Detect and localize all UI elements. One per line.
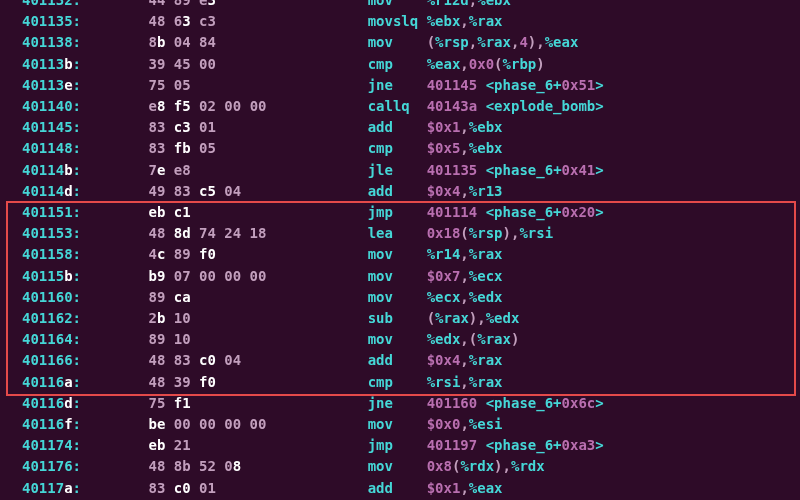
mnemonic: mov: [368, 331, 427, 347]
operands: $0x1,%ebx: [427, 119, 503, 135]
hex-bytes: 48 8d 74 24 18: [148, 225, 350, 241]
operands: $0x7,%ecx: [427, 268, 503, 284]
operands: %ecx,%edx: [427, 289, 503, 305]
address: 401138:: [22, 34, 81, 50]
address: 401166:: [22, 352, 81, 368]
operands: %rsi,%rax: [427, 374, 503, 390]
operands: 0x18(%rsp),%rsi: [427, 225, 553, 241]
hex-bytes: 83 c0 01: [148, 480, 350, 496]
hex-bytes: 48 39 f0: [148, 374, 350, 390]
address: 40114b:: [22, 162, 81, 178]
hex-bytes: 7e e8: [148, 162, 350, 178]
mnemonic: mov: [368, 458, 427, 474]
disasm-row: 40114d: 49 83 c5 04 add $0x4,%r13: [0, 181, 800, 202]
operands: 0x8(%rdx),%rdx: [427, 458, 545, 474]
disasm-row: 401132: 44 89 e3 mov %r12d,%ebx: [0, 0, 800, 11]
mnemonic: jle: [368, 162, 427, 178]
disasm-row: 401140: e8 f5 02 00 00 callq 40143a <exp…: [0, 96, 800, 117]
operands: (%rsp,%rax,4),%eax: [427, 34, 579, 50]
operands: %r12d,%ebx: [427, 0, 511, 8]
operands: 401197 <phase_6+0xa3>: [427, 437, 604, 453]
mnemonic: mov: [368, 246, 427, 262]
hex-bytes: be 00 00 00 00: [148, 416, 350, 432]
hex-bytes: 75 05: [148, 77, 350, 93]
disasm-row: 40115b: b9 07 00 00 00 mov $0x7,%ecx: [0, 266, 800, 287]
operands: $0x5,%ebx: [427, 140, 503, 156]
address: 401160:: [22, 289, 81, 305]
address: 401176:: [22, 458, 81, 474]
mnemonic: sub: [368, 310, 427, 326]
disasm-row: 401176: 48 8b 52 08 mov 0x8(%rdx),%rdx: [0, 456, 800, 477]
mnemonic: jne: [368, 395, 427, 411]
hex-bytes: 8b 04 84: [148, 34, 350, 50]
address: 401153:: [22, 225, 81, 241]
disasm-row: 401160: 89 ca mov %ecx,%edx: [0, 287, 800, 308]
operands: $0x0,%esi: [427, 416, 503, 432]
disasm-row: 401158: 4c 89 f0 mov %r14,%rax: [0, 244, 800, 265]
address: 40113b:: [22, 56, 81, 72]
address: 40117a:: [22, 480, 81, 496]
mnemonic: mov: [368, 268, 427, 284]
hex-bytes: 39 45 00: [148, 56, 350, 72]
hex-bytes: 44 89 e3: [148, 0, 350, 8]
disasm-row: 401166: 48 83 c0 04 add $0x4,%rax: [0, 350, 800, 371]
disasm-row: 40113b: 39 45 00 cmp %eax,0x0(%rbp): [0, 54, 800, 75]
disasm-row: 40113e: 75 05 jne 401145 <phase_6+0x51>: [0, 75, 800, 96]
address: 401158:: [22, 246, 81, 262]
mnemonic: mov: [368, 416, 427, 432]
address: 40115b:: [22, 268, 81, 284]
operands: %ebx,%rax: [427, 13, 503, 29]
disassembly-listing: 401132: 44 89 e3 mov %r12d,%ebx401135: 4…: [0, 0, 800, 500]
disasm-row: 40114b: 7e e8 jle 401135 <phase_6+0x41>: [0, 160, 800, 181]
hex-bytes: 48 63 c3: [148, 13, 350, 29]
operands: $0x4,%r13: [427, 183, 503, 199]
mnemonic: add: [368, 352, 427, 368]
disasm-row: 401148: 83 fb 05 cmp $0x5,%ebx: [0, 138, 800, 159]
hex-bytes: b9 07 00 00 00: [148, 268, 350, 284]
hex-bytes: 75 f1: [148, 395, 350, 411]
operands: %edx,(%rax): [427, 331, 520, 347]
hex-bytes: 83 fb 05: [148, 140, 350, 156]
mnemonic: cmp: [368, 56, 427, 72]
disasm-row: 401174: eb 21 jmp 401197 <phase_6+0xa3>: [0, 435, 800, 456]
mnemonic: lea: [368, 225, 427, 241]
hex-bytes: eb 21: [148, 437, 350, 453]
disasm-row: 401145: 83 c3 01 add $0x1,%ebx: [0, 117, 800, 138]
operands: 401160 <phase_6+0x6c>: [427, 395, 604, 411]
address: 401148:: [22, 140, 81, 156]
hex-bytes: 48 8b 52 08: [148, 458, 350, 474]
address: 40113e:: [22, 77, 81, 93]
hex-bytes: eb c1: [148, 204, 350, 220]
address: 40116d:: [22, 395, 81, 411]
operands: $0x1,%eax: [427, 480, 503, 496]
hex-bytes: 4c 89 f0: [148, 246, 350, 262]
hex-bytes: 89 10: [148, 331, 350, 347]
operands: 401114 <phase_6+0x20>: [427, 204, 604, 220]
hex-bytes: 2b 10: [148, 310, 350, 326]
mnemonic: mov: [368, 34, 427, 50]
operands: %eax,0x0(%rbp): [427, 56, 545, 72]
mnemonic: add: [368, 480, 427, 496]
operands: %r14,%rax: [427, 246, 503, 262]
mnemonic: mov: [368, 289, 427, 305]
address: 401151:: [22, 204, 81, 220]
hex-bytes: 89 ca: [148, 289, 350, 305]
address: 40116a:: [22, 374, 81, 390]
mnemonic: add: [368, 183, 427, 199]
disasm-row: 401138: 8b 04 84 mov (%rsp,%rax,4),%eax: [0, 32, 800, 53]
mnemonic: jmp: [368, 204, 427, 220]
address: 401174:: [22, 437, 81, 453]
mnemonic: movslq: [368, 13, 427, 29]
disasm-row: 401164: 89 10 mov %edx,(%rax): [0, 329, 800, 350]
disasm-row: 40116f: be 00 00 00 00 mov $0x0,%esi: [0, 414, 800, 435]
mnemonic: jne: [368, 77, 427, 93]
address: 40114d:: [22, 183, 81, 199]
disasm-row: 401151: eb c1 jmp 401114 <phase_6+0x20>: [0, 202, 800, 223]
disasm-row: 401135: 48 63 c3 movslq %ebx,%rax: [0, 11, 800, 32]
mnemonic: cmp: [368, 374, 427, 390]
hex-bytes: e8 f5 02 00 00: [148, 98, 350, 114]
address: 40116f:: [22, 416, 81, 432]
operands: 401145 <phase_6+0x51>: [427, 77, 604, 93]
mnemonic: mov: [368, 0, 427, 8]
address: 401132:: [22, 0, 81, 8]
